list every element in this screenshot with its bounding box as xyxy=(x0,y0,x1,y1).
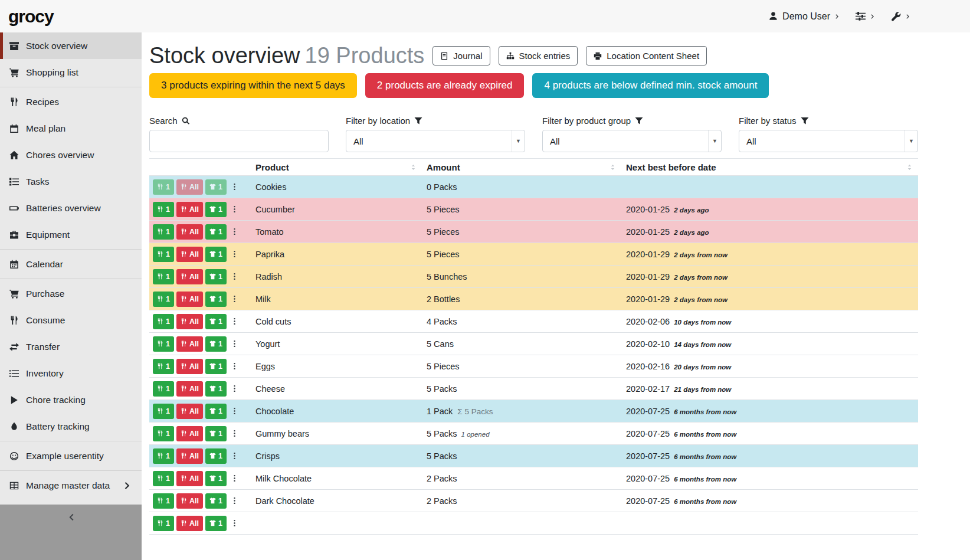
consume-all-button[interactable]: All xyxy=(176,381,203,397)
consume-all-button[interactable]: All xyxy=(176,448,203,464)
open-one-button[interactable]: 1 xyxy=(205,359,227,374)
sidebar-item-batteries-overview[interactable]: Batteries overview xyxy=(0,195,142,221)
open-one-button[interactable]: 1 xyxy=(205,471,227,486)
consume-all-button[interactable]: All xyxy=(176,224,203,240)
consume-all-button[interactable]: All xyxy=(176,404,203,419)
sidebar-item-stock-overview[interactable]: Stock overview xyxy=(0,32,142,59)
sidebar-item-calendar[interactable]: Calendar xyxy=(0,251,142,277)
row-menu-button[interactable] xyxy=(229,448,240,464)
row-menu-button[interactable] xyxy=(229,426,240,441)
consume-all-button[interactable]: All xyxy=(176,336,203,352)
consume-one-button[interactable]: 1 xyxy=(153,314,174,329)
row-menu-button[interactable] xyxy=(229,404,240,419)
filter-by-location-select[interactable]: All ▼ xyxy=(346,130,525,152)
open-one-button[interactable]: 1 xyxy=(205,381,227,397)
consume-all-button[interactable]: All xyxy=(176,247,203,262)
open-one-button[interactable]: 1 xyxy=(205,404,227,419)
consume-all-button[interactable]: All xyxy=(176,516,203,531)
open-one-button[interactable]: 1 xyxy=(205,516,227,531)
consume-all-button[interactable]: All xyxy=(176,179,203,195)
row-menu-button[interactable] xyxy=(229,247,240,262)
sidebar-item-battery-tracking[interactable]: Battery tracking xyxy=(0,413,142,440)
row-menu-button[interactable] xyxy=(229,336,240,352)
sidebar-item-transfer[interactable]: Transfer xyxy=(0,333,142,360)
consume-one-button[interactable]: 1 xyxy=(153,292,174,307)
filter-by-product-group-select[interactable]: All ▼ xyxy=(542,130,722,152)
consume-one-button[interactable]: 1 xyxy=(153,336,174,352)
settings-menu[interactable] xyxy=(856,11,876,21)
row-menu-button[interactable] xyxy=(229,493,240,509)
row-menu-button[interactable] xyxy=(229,224,240,240)
open-one-button[interactable]: 1 xyxy=(205,314,227,329)
open-one-button[interactable]: 1 xyxy=(205,336,227,352)
stock-entries-button[interactable]: Stock entries xyxy=(499,46,578,66)
sidebar-item-manage-master-data[interactable]: Manage master data xyxy=(0,472,142,499)
consume-one-button[interactable]: 1 xyxy=(153,202,174,217)
row-menu-button[interactable] xyxy=(229,179,240,195)
journal-button[interactable]: Journal xyxy=(432,46,490,66)
search-input[interactable] xyxy=(149,130,329,152)
open-one-button[interactable]: 1 xyxy=(205,269,227,284)
open-one-button[interactable]: 1 xyxy=(205,448,227,464)
open-one-button[interactable]: 1 xyxy=(205,224,227,240)
consume-one-button[interactable]: 1 xyxy=(153,247,174,262)
consume-all-button[interactable]: All xyxy=(176,314,203,329)
row-menu-button[interactable] xyxy=(229,269,240,284)
column-header-amount[interactable]: Amount xyxy=(422,161,621,173)
consume-one-button[interactable]: 1 xyxy=(153,179,174,195)
banner-info[interactable]: 4 products are below defined min. stock … xyxy=(532,73,769,98)
location-content-sheet-button[interactable]: Location Content Sheet xyxy=(586,46,707,66)
row-menu-button[interactable] xyxy=(229,202,240,217)
sidebar-item-consume[interactable]: Consume xyxy=(0,307,142,333)
consume-all-button[interactable]: All xyxy=(176,359,203,374)
open-one-button[interactable]: 1 xyxy=(205,493,227,509)
consume-one-button[interactable]: 1 xyxy=(153,493,174,509)
consume-all-button[interactable]: All xyxy=(176,269,203,284)
consume-all-button[interactable]: All xyxy=(176,292,203,307)
sidebar-item-equipment[interactable]: Equipment xyxy=(0,221,142,248)
consume-one-button[interactable]: 1 xyxy=(153,404,174,419)
open-one-button[interactable]: 1 xyxy=(205,292,227,307)
column-header-next-best-before-date[interactable]: Next best before date xyxy=(621,161,918,173)
consume-one-button[interactable]: 1 xyxy=(153,381,174,397)
consume-one-button[interactable]: 1 xyxy=(153,426,174,441)
consume-one-button[interactable]: 1 xyxy=(153,471,174,486)
sidebar-item-meal-plan[interactable]: Meal plan xyxy=(0,115,142,142)
banner-danger[interactable]: 2 products are already expired xyxy=(365,73,525,98)
sidebar-item-purchase[interactable]: Purchase xyxy=(0,280,142,307)
row-menu-button[interactable] xyxy=(229,359,240,374)
consume-one-button[interactable]: 1 xyxy=(153,269,174,284)
open-one-button[interactable]: 1 xyxy=(205,179,227,195)
column-header-product[interactable]: Product xyxy=(251,161,422,173)
consume-all-button[interactable]: All xyxy=(176,202,203,217)
row-menu-button[interactable] xyxy=(229,292,240,307)
row-menu-button[interactable] xyxy=(229,516,240,531)
sidebar-item-shopping-list[interactable]: Shopping list xyxy=(0,59,142,86)
grocy-logo[interactable]: grocy xyxy=(8,6,54,27)
admin-menu[interactable] xyxy=(891,11,911,21)
consume-one-button[interactable]: 1 xyxy=(153,448,174,464)
open-one-button[interactable]: 1 xyxy=(205,202,227,217)
sidebar-collapse-button[interactable] xyxy=(0,505,142,560)
search-filter: Search xyxy=(149,116,329,152)
sidebar-item-inventory[interactable]: Inventory xyxy=(0,360,142,387)
consume-all-button[interactable]: All xyxy=(176,426,203,441)
sidebar-item-chore-tracking[interactable]: Chore tracking xyxy=(0,387,142,413)
consume-one-button[interactable]: 1 xyxy=(153,516,174,531)
consume-one-button[interactable]: 1 xyxy=(153,224,174,240)
sidebar-item-example-userentity[interactable]: Example userentity xyxy=(0,443,142,469)
sidebar-item-chores-overview[interactable]: Chores overview xyxy=(0,142,142,168)
row-menu-button[interactable] xyxy=(229,314,240,329)
filter-by-status-select[interactable]: All ▼ xyxy=(739,130,918,152)
sidebar-item-recipes[interactable]: Recipes xyxy=(0,89,142,115)
consume-one-button[interactable]: 1 xyxy=(153,359,174,374)
banner-warning[interactable]: 3 products expiring within the next 5 da… xyxy=(149,73,357,98)
open-one-button[interactable]: 1 xyxy=(205,426,227,441)
consume-all-button[interactable]: All xyxy=(176,493,203,509)
sidebar-item-tasks[interactable]: Tasks xyxy=(0,168,142,195)
row-menu-button[interactable] xyxy=(229,381,240,397)
consume-all-button[interactable]: All xyxy=(176,471,203,486)
user-menu[interactable]: Demo User xyxy=(768,11,840,22)
open-one-button[interactable]: 1 xyxy=(205,247,227,262)
row-menu-button[interactable] xyxy=(229,471,240,486)
